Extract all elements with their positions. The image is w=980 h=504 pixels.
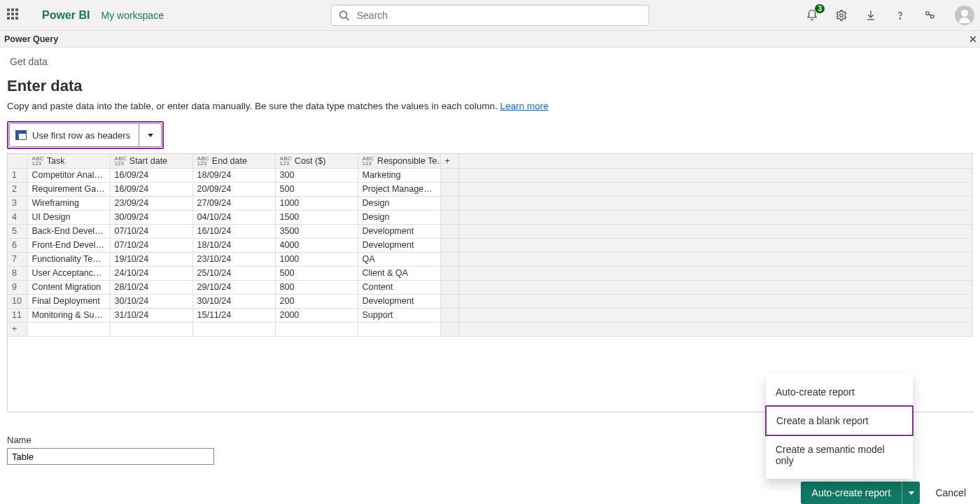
data-cell[interactable]: 25/10/24 [192, 266, 275, 280]
data-cell[interactable]: 07/10/24 [110, 238, 192, 252]
data-cell[interactable]: 23/10/24 [192, 252, 275, 266]
table-row[interactable]: 2Requirement Gathe...16/09/2420/09/24500… [8, 182, 973, 196]
global-search[interactable] [331, 5, 650, 26]
data-cell[interactable]: 300 [275, 168, 358, 182]
add-row-plus[interactable]: + [8, 322, 27, 336]
data-cell[interactable]: Development [358, 294, 440, 308]
column-header[interactable]: ABC123Responsible Te... [358, 154, 440, 168]
help-icon[interactable] [893, 8, 907, 22]
row-gap-cell [440, 196, 458, 210]
data-cell[interactable]: 24/10/24 [110, 266, 192, 280]
data-cell[interactable]: Requirement Gathe... [27, 182, 110, 196]
row-gap-cell [440, 182, 458, 196]
row-gap-cell [440, 168, 458, 182]
data-cell[interactable]: 30/10/24 [110, 294, 192, 308]
data-cell[interactable]: User Acceptance T... [27, 266, 110, 280]
data-cell[interactable]: Competitor Analysis [27, 168, 110, 182]
menu-item-auto-create[interactable]: Auto-create report [766, 378, 913, 406]
table-row[interactable]: 1Competitor Analysis16/09/2418/09/24300M… [8, 168, 973, 182]
data-cell[interactable]: 04/10/24 [192, 210, 275, 224]
data-cell[interactable]: 500 [275, 266, 358, 280]
data-cell[interactable]: 16/09/24 [110, 168, 192, 182]
auto-create-report-button[interactable]: Auto-create report [801, 482, 902, 504]
breadcrumb[interactable]: Get data [10, 56, 973, 67]
learn-more-link[interactable]: Learn more [500, 101, 548, 111]
data-cell[interactable]: UI Design [27, 210, 110, 224]
data-cell[interactable]: Support [358, 308, 440, 322]
data-cell[interactable]: Front-End Develop... [27, 238, 110, 252]
cancel-button[interactable]: Cancel [932, 483, 969, 503]
data-cell[interactable]: Back-End Develop... [27, 224, 110, 238]
use-first-row-main[interactable]: Use first row as headers [9, 123, 139, 147]
feedback-icon[interactable] [923, 8, 937, 22]
data-cell[interactable]: Final Deployment [27, 294, 110, 308]
table-row[interactable]: 5Back-End Develop...07/10/2416/10/243500… [8, 224, 973, 238]
auto-create-report-dropdown[interactable] [902, 482, 920, 504]
add-row-button[interactable]: + [8, 322, 973, 336]
column-header[interactable]: ABC123Task [27, 154, 110, 168]
data-cell[interactable]: 28/10/24 [110, 280, 192, 294]
search-input[interactable] [356, 9, 642, 22]
settings-icon[interactable] [834, 8, 848, 22]
data-cell[interactable]: 16/09/24 [110, 182, 192, 196]
download-icon[interactable] [864, 8, 878, 22]
data-cell[interactable]: 18/10/24 [192, 238, 275, 252]
data-cell[interactable]: Monitoring & Support [27, 308, 110, 322]
data-cell[interactable]: Content [358, 280, 440, 294]
data-cell[interactable]: 18/09/24 [192, 168, 275, 182]
table-row[interactable]: 4UI Design30/09/2404/10/241500Design [8, 210, 973, 224]
data-cell[interactable]: Wireframing [27, 196, 110, 210]
data-cell[interactable]: 1000 [275, 252, 358, 266]
table-name-input[interactable] [7, 448, 214, 465]
data-cell[interactable]: 31/10/24 [110, 308, 192, 322]
table-row[interactable]: 7Functionality Testing19/10/2423/10/2410… [8, 252, 973, 266]
data-cell[interactable]: Development [358, 238, 440, 252]
data-cell[interactable]: 07/10/24 [110, 224, 192, 238]
add-column-button[interactable]: + [440, 154, 458, 168]
data-cell[interactable]: 23/09/24 [110, 196, 192, 210]
column-header[interactable]: ABC123Cost ($) [275, 154, 358, 168]
data-cell[interactable]: 20/09/24 [192, 182, 275, 196]
table-row[interactable]: 10Final Deployment30/10/2430/10/24200Dev… [8, 294, 973, 308]
workspace-name[interactable]: My workspace [101, 10, 163, 21]
data-cell[interactable]: Content Migration [27, 280, 110, 294]
table-row[interactable]: 6Front-End Develop...07/10/2418/10/24400… [8, 238, 973, 252]
column-header[interactable]: ABC123Start date [110, 154, 192, 168]
table-row[interactable]: 8User Acceptance T...24/10/2425/10/24500… [8, 266, 973, 280]
data-cell[interactable]: 30/09/24 [110, 210, 192, 224]
data-cell[interactable]: 2000 [275, 308, 358, 322]
use-first-row-as-headers-button[interactable]: Use first row as headers [9, 123, 162, 147]
data-cell[interactable]: 19/10/24 [110, 252, 192, 266]
account-avatar[interactable] [955, 6, 974, 25]
data-cell[interactable]: 30/10/24 [192, 294, 275, 308]
data-cell[interactable]: Design [358, 210, 440, 224]
table-row[interactable]: 3Wireframing23/09/2427/09/241000Design [8, 196, 973, 210]
data-cell[interactable]: Development [358, 224, 440, 238]
data-cell[interactable]: 16/10/24 [192, 224, 275, 238]
data-cell[interactable]: 800 [275, 280, 358, 294]
table-row[interactable]: 11Monitoring & Support31/10/2415/11/2420… [8, 308, 973, 322]
column-header[interactable]: ABC123End date [192, 154, 275, 168]
notifications-icon[interactable]: 3 [805, 8, 819, 22]
data-cell[interactable]: 4000 [275, 238, 358, 252]
data-cell[interactable]: 3500 [275, 224, 358, 238]
menu-item-semantic-model[interactable]: Create a semantic model only [766, 435, 913, 475]
data-cell[interactable]: Project Management [358, 182, 440, 196]
use-first-row-dropdown[interactable] [139, 123, 162, 147]
data-cell[interactable]: 200 [275, 294, 358, 308]
app-launcher-icon[interactable] [7, 8, 21, 22]
data-cell[interactable]: 1500 [275, 210, 358, 224]
data-cell[interactable]: QA [358, 252, 440, 266]
table-row[interactable]: 9Content Migration28/10/2429/10/24800Con… [8, 280, 973, 294]
data-cell[interactable]: 500 [275, 182, 358, 196]
data-cell[interactable]: 1000 [275, 196, 358, 210]
data-cell[interactable]: Client & QA [358, 266, 440, 280]
data-cell[interactable]: 27/09/24 [192, 196, 275, 210]
data-cell[interactable]: 29/10/24 [192, 280, 275, 294]
menu-item-blank-report[interactable]: Create a blank report [765, 405, 913, 436]
data-cell[interactable]: Functionality Testing [27, 252, 110, 266]
close-icon[interactable]: ✕ [969, 34, 977, 45]
data-cell[interactable]: 15/11/24 [192, 308, 275, 322]
data-cell[interactable]: Design [358, 196, 440, 210]
data-cell[interactable]: Marketing [358, 168, 440, 182]
